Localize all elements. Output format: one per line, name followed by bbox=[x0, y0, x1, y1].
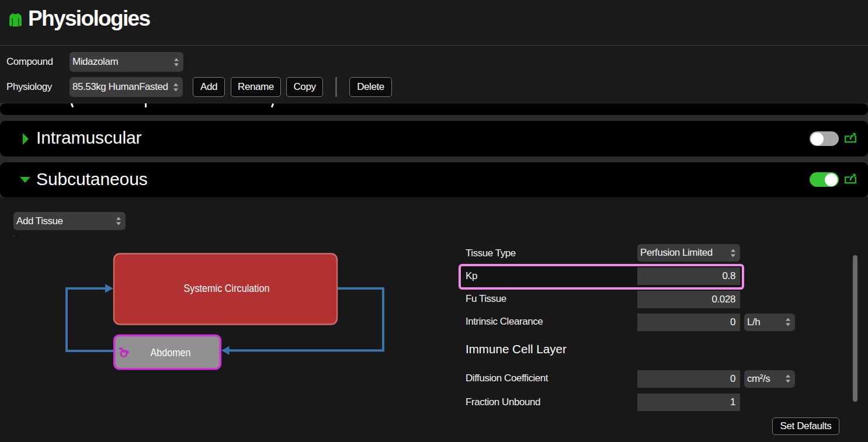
svg-text:Systemic Circulation: Systemic Circulation bbox=[184, 283, 270, 294]
svg-text:Abdomen: Abdomen bbox=[151, 347, 191, 359]
